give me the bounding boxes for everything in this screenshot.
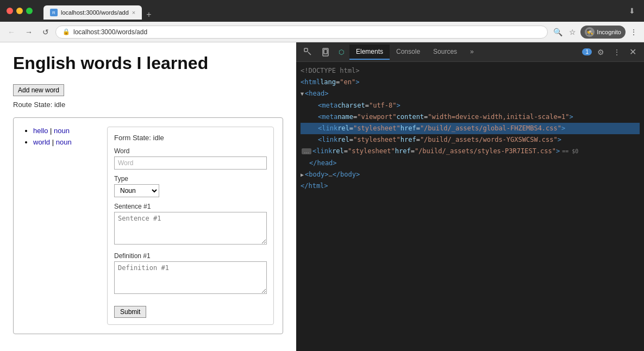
browser-chrome: R localhost:3000/words/add × + ⬇ ← → ↺ 🔒…: [0, 0, 644, 42]
devtools-tabs: Elements Console Sources »: [349, 45, 580, 60]
address-lock-icon: 🔒: [62, 28, 70, 35]
list-item: hello | noun: [33, 127, 98, 135]
word-label: Word: [114, 147, 267, 155]
word-type-link-hello[interactable]: noun: [54, 127, 70, 135]
devtools-close-button[interactable]: ✕: [626, 45, 640, 59]
html-line-link-words: <link rel="stylesheet" href="/build/_ass…: [301, 134, 640, 146]
devtools-element-button[interactable]: ⬡: [335, 46, 347, 58]
devtools-right-controls: 1 ⚙ ⋮ ✕: [582, 45, 640, 59]
svg-rect-2: [324, 49, 327, 54]
title-bar: R localhost:3000/words/add × + ⬇: [0, 0, 644, 22]
devtools-settings-button[interactable]: ⚙: [594, 46, 608, 59]
nav-bar: ← → ↺ 🔒 localhost:3000/words/add 🔍 ☆ 🕵 I…: [0, 22, 644, 42]
word-input[interactable]: [114, 156, 267, 170]
word-sep-world: |: [52, 138, 56, 146]
back-button[interactable]: ←: [4, 26, 18, 39]
tab-close-button[interactable]: ×: [132, 9, 135, 16]
tab-favicon: R: [50, 9, 58, 16]
svg-rect-0: [304, 48, 308, 52]
submit-button[interactable]: Submit: [114, 306, 146, 318]
nav-right-buttons: 🔍 ☆ 🕵 Incognito ⋮: [551, 26, 640, 39]
maximize-window-button[interactable]: [26, 8, 33, 14]
devtools-panel: ⬡ Elements Console Sources » 1 ⚙ ⋮ ✕ <!D…: [296, 42, 644, 351]
devtools-inspect-button[interactable]: [301, 46, 316, 59]
tab-elements[interactable]: Elements: [349, 45, 390, 60]
devtools-content: <!DOCTYPE html> <html lang="en"> ▼<head>…: [296, 62, 644, 351]
reload-button[interactable]: ↺: [39, 26, 52, 39]
tab-sources[interactable]: Sources: [427, 45, 464, 60]
type-label: Type: [114, 175, 267, 183]
definition-label: Definition #1: [114, 252, 267, 260]
bookmark-button[interactable]: ☆: [567, 26, 578, 39]
route-state-label: Route State: idle: [13, 101, 283, 109]
html-line-meta-viewport: <meta name="viewport" content="width=dev…: [301, 111, 640, 123]
more-menu-button[interactable]: ⋮: [628, 26, 640, 39]
browser-controls-right: ⬇: [627, 7, 637, 15]
incognito-label: Incognito: [597, 29, 621, 35]
incognito-button[interactable]: 🕵 Incognito: [580, 26, 626, 39]
web-panel: English words I learned Add new word Rou…: [0, 42, 296, 351]
definition-textarea[interactable]: [114, 261, 267, 294]
tab-more[interactable]: »: [464, 45, 480, 60]
new-tab-button[interactable]: +: [142, 10, 155, 20]
html-line-body[interactable]: ▶<body>…</body>: [301, 169, 640, 180]
html-line-html: <html lang="en">: [301, 77, 640, 88]
tab-title: localhost:3000/words/add: [61, 9, 129, 16]
word-list-container: hello | noun world | noun: [22, 127, 98, 146]
html-line-meta-charset: <meta charset="utf-8">: [301, 100, 640, 111]
page-title: English words I learned: [13, 53, 283, 73]
words-list: hello | noun world | noun: [22, 127, 98, 325]
forward-button[interactable]: →: [22, 26, 36, 39]
devtools-toolbar: ⬡ Elements Console Sources » 1 ⚙ ⋮ ✕: [296, 42, 644, 62]
devtools-badge: 1: [582, 48, 592, 55]
devtools-more-button[interactable]: ⋮: [610, 46, 624, 59]
definition-form-group: Definition #1: [114, 252, 267, 296]
sentence-label: Sentence #1: [114, 203, 267, 210]
tab-console[interactable]: Console: [390, 45, 427, 60]
address-text: localhost:3000/words/add: [73, 28, 541, 36]
word-form-group: Word: [114, 147, 267, 170]
main-area: English words I learned Add new word Rou…: [0, 42, 644, 351]
add-new-word-button[interactable]: Add new word: [13, 84, 64, 96]
tab-bar: R localhost:3000/words/add × +: [37, 2, 622, 20]
form-panel: Form State: idle Word Type Noun Verb Adj…: [107, 127, 274, 325]
minimize-window-button[interactable]: [16, 8, 23, 14]
type-form-group: Type Noun Verb Adjective Adverb: [114, 175, 267, 197]
html-line-link-global[interactable]: <link rel="stylesheet" href="/build/_ass…: [301, 123, 640, 134]
traffic-lights: [7, 8, 33, 14]
content-box: hello | noun world | noun Form State: id…: [13, 117, 283, 334]
html-line-doctype: <!DOCTYPE html>: [301, 65, 640, 77]
devtools-device-button[interactable]: [318, 46, 333, 59]
search-button[interactable]: 🔍: [551, 26, 565, 39]
form-state-label: Form State: idle: [114, 134, 267, 142]
html-line-html-close: </html>: [301, 180, 640, 192]
ellipsis-button[interactable]: …: [302, 148, 311, 154]
close-window-button[interactable]: [7, 8, 13, 14]
html-line-head-close: </head>: [301, 158, 640, 169]
type-select[interactable]: Noun Verb Adjective Adverb: [114, 184, 159, 197]
html-line-head-open[interactable]: ▼<head>: [301, 88, 640, 99]
list-item: world | noun: [33, 138, 98, 146]
sentence-textarea[interactable]: [114, 212, 267, 245]
incognito-icon: 🕵: [585, 27, 595, 37]
word-link-world[interactable]: world: [33, 138, 50, 146]
word-link-hello[interactable]: hello: [33, 127, 48, 135]
word-type-link-world[interactable]: noun: [56, 138, 72, 146]
html-line-link-styles: … <link rel="stylesheet" href="/build/_a…: [301, 146, 640, 157]
active-tab[interactable]: R localhost:3000/words/add ×: [43, 5, 142, 20]
address-bar[interactable]: 🔒 localhost:3000/words/add: [55, 26, 548, 39]
sentence-form-group: Sentence #1: [114, 203, 267, 247]
